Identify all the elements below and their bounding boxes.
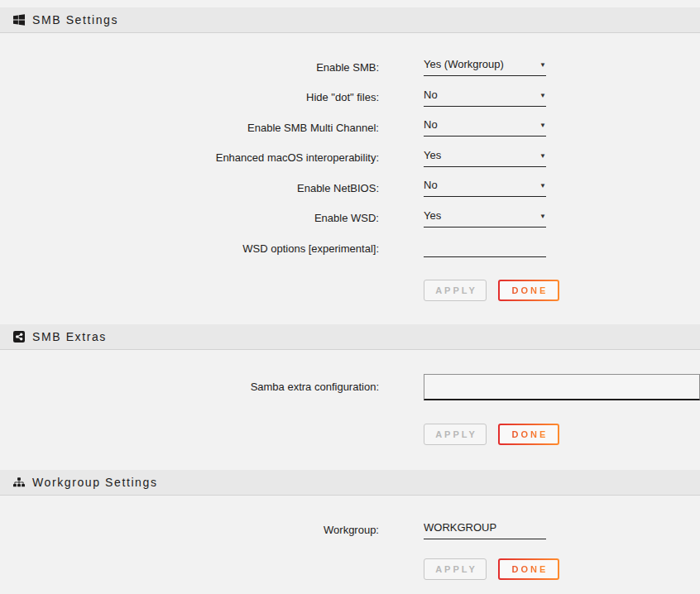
form-row: WSD options [experimental]: — [0, 233, 700, 264]
select-value: No — [424, 89, 438, 101]
field-label: Enable SMB Multi Channel: — [0, 122, 379, 134]
field-label: Enhanced macOS interoperability: — [0, 151, 379, 164]
wsd-select[interactable]: Yes ▼ — [424, 209, 546, 228]
button-row: APPLY DONE — [424, 280, 700, 301]
section-title: SMB Settings — [32, 13, 118, 26]
section-smb-settings: SMB Settings Enable SMB: Yes (Workgroup)… — [0, 7, 700, 301]
hide-dot-files-select[interactable]: No ▼ — [424, 89, 546, 107]
form-row: Enable NetBIOS: No ▼ — [0, 173, 700, 204]
done-button[interactable]: DONE — [498, 558, 559, 580]
form-row: Enable WSD: Yes ▼ — [0, 204, 700, 234]
select-value: Yes — [424, 149, 441, 161]
button-row: APPLY DONE — [424, 424, 700, 445]
field-label: Workgroup: — [0, 524, 379, 536]
samba-extra-textarea[interactable] — [424, 374, 700, 400]
form-row: Samba extra configuration: — [0, 374, 700, 400]
sitemap-icon — [13, 477, 25, 488]
share-alt-icon — [13, 331, 25, 343]
workgroup-input[interactable] — [424, 521, 546, 539]
done-button[interactable]: DONE — [498, 280, 559, 301]
select-value: No — [424, 118, 438, 131]
caret-down-icon: ▼ — [539, 61, 546, 69]
done-label: DONE — [510, 429, 549, 439]
netbios-select[interactable]: No ▼ — [424, 179, 546, 197]
section-header: SMB Settings — [0, 7, 700, 33]
apply-button[interactable]: APPLY — [424, 280, 487, 301]
form-row: Enable SMB Multi Channel: No ▼ — [0, 113, 700, 143]
done-label: DONE — [510, 285, 549, 295]
done-button[interactable]: DONE — [498, 424, 559, 445]
field-label: Samba extra configuration: — [0, 381, 379, 393]
select-value: Yes — [424, 209, 441, 222]
section-body: Workgroup: APPLY DONE — [0, 518, 700, 580]
field-label: Hide "dot" files: — [0, 91, 379, 103]
section-header: Workgroup Settings — [0, 470, 700, 496]
apply-button[interactable]: APPLY — [424, 424, 487, 445]
form-row: Workgroup: — [0, 518, 700, 543]
field-label: WSD options [experimental]: — [0, 242, 379, 255]
section-body: Samba extra configuration: APPLY DONE — [0, 374, 700, 445]
select-value: Yes (Workgroup) — [424, 58, 504, 70]
form-row: Enable SMB: Yes (Workgroup) ▼ — [0, 52, 700, 83]
section-smb-extras: SMB Extras Samba extra configuration: AP… — [0, 324, 700, 445]
section-title: SMB Extras — [32, 330, 107, 343]
field-label: Enable NetBIOS: — [0, 182, 379, 194]
caret-down-icon: ▼ — [539, 213, 546, 220]
section-title: Workgroup Settings — [32, 476, 158, 489]
smb-multichannel-select[interactable]: No ▼ — [424, 118, 546, 137]
button-row: APPLY DONE — [424, 558, 700, 580]
caret-down-icon: ▼ — [539, 152, 546, 160]
section-body: Enable SMB: Yes (Workgroup) ▼ Hide "dot"… — [0, 33, 700, 301]
select-value: No — [424, 179, 438, 191]
form-row: Hide "dot" files: No ▼ — [0, 83, 700, 113]
caret-down-icon: ▼ — [539, 182, 546, 189]
windows-icon — [13, 14, 25, 26]
caret-down-icon: ▼ — [539, 92, 546, 99]
caret-down-icon: ▼ — [539, 122, 546, 129]
wsd-options-input[interactable] — [424, 239, 546, 257]
macos-interop-select[interactable]: Yes ▼ — [424, 149, 546, 167]
field-label: Enable WSD: — [0, 212, 379, 224]
field-label: Enable SMB: — [0, 61, 379, 74]
section-workgroup-settings: Workgroup Settings Workgroup: APPLY DONE — [0, 470, 700, 580]
settings-page: SMB Settings Enable SMB: Yes (Workgroup)… — [0, 7, 700, 580]
done-label: DONE — [510, 564, 549, 574]
form-row: Enhanced macOS interoperability: Yes ▼ — [0, 143, 700, 174]
enable-smb-select[interactable]: Yes (Workgroup) ▼ — [424, 58, 546, 76]
section-header: SMB Extras — [0, 324, 700, 350]
apply-button[interactable]: APPLY — [424, 558, 487, 580]
